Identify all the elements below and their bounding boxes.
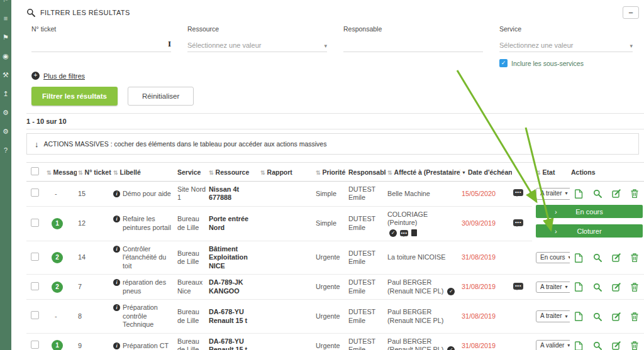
messages-badge[interactable]: 2 — [52, 252, 63, 263]
massive-actions-banner: ↓ ACTIONS MASSIVES : cocher des éléments… — [26, 133, 639, 155]
info-icon[interactable]: i — [113, 342, 120, 349]
column-header[interactable]: ⇅Ressource — [208, 163, 259, 182]
assignee-cell: Paul BERGER (Renault NICE PL) — [386, 300, 460, 333]
divider — [26, 113, 644, 114]
ressource-filter-field: Ressource Sélectionnez une valeur ▾ — [187, 25, 327, 67]
column-header[interactable]: ⇅Messages — [45, 163, 77, 182]
ticket-number: 7 — [77, 275, 112, 300]
responsable-input[interactable] — [343, 41, 455, 49]
column-header[interactable]: ⇅Etat — [535, 163, 570, 182]
info-icon[interactable]: i — [113, 190, 120, 197]
view-icon[interactable] — [593, 341, 602, 350]
chevron-down-icon: ▾ — [568, 254, 570, 261]
menu-icon[interactable]: ≡ — [4, 15, 8, 22]
info-icon[interactable]: i — [113, 304, 120, 311]
flag-icon[interactable]: ⚑ — [3, 34, 9, 41]
upload-icon[interactable]: ↥ — [3, 90, 8, 97]
state-dropdown[interactable]: A valider▾ — [536, 340, 570, 350]
column-header[interactable]: ▼Date d'échéance — [460, 163, 512, 182]
pdf-icon[interactable] — [575, 282, 583, 292]
state-label: A traiter — [540, 312, 562, 320]
messages-badge[interactable]: 2 — [52, 282, 63, 293]
ticket-number: 8 — [77, 300, 112, 333]
state-option-cloturer[interactable]: ›Cloturer — [536, 224, 643, 238]
state-menu: ›En cours›Cloturer — [532, 201, 644, 241]
row-checkbox[interactable] — [31, 282, 39, 290]
row-checkbox[interactable] — [31, 311, 39, 319]
delete-icon[interactable] — [631, 341, 638, 350]
text-cursor-icon: I — [168, 39, 171, 49]
info-icon[interactable]: i — [113, 279, 120, 286]
plus-circle-icon: + — [31, 72, 40, 80]
assignee-cell: La toiture NICOISE — [386, 241, 460, 274]
view-icon[interactable] — [593, 312, 602, 321]
service-select[interactable]: Sélectionnez une valeur ▾ — [499, 38, 633, 52]
edit-icon[interactable] — [612, 341, 621, 350]
responsable-filter-field: Responsable — [343, 25, 483, 67]
pdf-icon[interactable] — [575, 253, 583, 263]
service-cell: Bureau de Lille — [176, 333, 208, 350]
row-checkbox[interactable] — [31, 253, 39, 261]
edit-icon[interactable] — [612, 312, 621, 321]
help-icon[interactable]: ? — [4, 147, 8, 154]
ticket-input[interactable] — [31, 41, 143, 49]
filter-reset-button[interactable]: Réinitialiser — [128, 87, 194, 106]
edit-icon[interactable] — [612, 253, 621, 262]
delete-icon[interactable] — [631, 189, 638, 198]
messages-badge[interactable]: 1 — [52, 218, 63, 229]
ressource-select[interactable]: Sélectionnez une valeur ▾ — [187, 38, 327, 52]
due-date: 30/09/2019 — [462, 219, 496, 227]
settings-icon[interactable]: ⚙ — [3, 109, 9, 116]
filter-submit-button[interactable]: Filtrer les résultats — [31, 87, 118, 106]
edit-icon[interactable] — [612, 189, 621, 198]
view-icon[interactable] — [593, 253, 602, 262]
no-messages-label: - — [55, 312, 57, 320]
state-option-en-cours[interactable]: ›En cours — [536, 205, 643, 218]
collapse-panel-button[interactable]: − — [623, 6, 639, 19]
column-header-label: Priorité — [323, 168, 346, 176]
pdf-icon[interactable] — [575, 189, 583, 199]
pdf-icon[interactable] — [575, 312, 583, 321]
column-header — [512, 163, 535, 182]
row-checkbox[interactable] — [31, 341, 39, 349]
state-dropdown[interactable]: En cours▾ — [536, 252, 570, 264]
column-header[interactable]: ⇅Affecté à (Prestataire) — [386, 163, 460, 182]
edit-icon[interactable] — [612, 283, 621, 292]
delete-icon[interactable] — [631, 283, 638, 292]
info-icon[interactable]: i — [113, 216, 120, 222]
comment-bubble-icon[interactable]: ••• — [513, 219, 523, 226]
column-header: Actions — [570, 163, 644, 182]
state-dropdown[interactable]: A traiter▾ — [536, 188, 570, 200]
more-filters-link[interactable]: + Plus de filtres — [31, 72, 85, 80]
admin-gears-icon[interactable]: ⚙ — [3, 128, 9, 135]
info-icon[interactable]: i — [113, 246, 120, 253]
comment-bubble-icon[interactable]: ••• — [513, 189, 523, 196]
state-dropdown[interactable]: A traiter▾ — [536, 282, 570, 293]
priority-cell: Simple — [314, 182, 347, 207]
comment-bubble-icon[interactable]: ••• — [513, 283, 523, 290]
sidebar: ⚐≡⚑◉⚒↥⚙⚙? — [0, 0, 11, 350]
include-subservices-checkbox[interactable]: ✓ — [499, 59, 508, 67]
column-header[interactable]: ⇅Priorité — [314, 163, 347, 182]
row-checkbox[interactable] — [31, 219, 39, 227]
row-checkbox[interactable] — [31, 189, 39, 197]
delete-icon[interactable] — [631, 312, 638, 321]
view-icon[interactable] — [593, 189, 602, 198]
owner-cell: DUTEST Emile — [347, 300, 386, 333]
pdf-icon[interactable] — [575, 341, 583, 350]
ticket-number: 9 — [77, 333, 112, 350]
eye-icon[interactable]: ◉ — [3, 53, 9, 60]
column-header[interactable]: ⇅N° ticket — [77, 163, 112, 182]
messages-badge[interactable]: 1 — [52, 340, 63, 350]
tools-icon[interactable]: ⚒ — [3, 72, 9, 79]
column-header[interactable]: ⇅Rapport — [259, 163, 314, 182]
column-header-label: Etat — [543, 168, 555, 176]
delete-icon[interactable] — [631, 253, 638, 262]
column-header-label: Libellé — [120, 168, 141, 176]
comment-bubble-icon[interactable]: ••• — [400, 230, 408, 236]
pennant-icon[interactable]: ⚐ — [3, 0, 9, 3]
column-header[interactable]: ⇅Libellé — [112, 163, 176, 182]
view-icon[interactable] — [593, 283, 602, 292]
state-dropdown[interactable]: A traiter▾ — [536, 310, 570, 322]
select-all-checkbox[interactable] — [31, 167, 39, 175]
